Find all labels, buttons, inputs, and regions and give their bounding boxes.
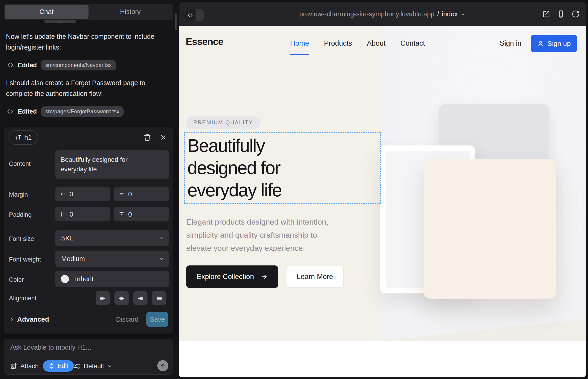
padding-horizontal-icon	[60, 211, 66, 217]
discard-button[interactable]: Discard	[116, 312, 139, 327]
chat-history-tabs: Chat History	[4, 4, 173, 20]
assistant-message: I should also create a Forgot Password p…	[6, 78, 170, 99]
margin-horizontal-value: 0	[69, 190, 73, 198]
attach-button[interactable]: Attach	[10, 361, 39, 372]
edited-file-row: Edited src/pages/ForgotPassword.tsx	[7, 106, 124, 117]
hero-description-line: simplicity and quality craftsmanship to	[186, 228, 372, 242]
element-tag-label: h1	[24, 134, 32, 141]
arrow-up-icon	[160, 363, 166, 369]
image-plus-icon	[10, 363, 17, 370]
hero-heading[interactable]: Beautifully designed for everyday life	[187, 134, 282, 201]
hero-section: PREMIUM QUALITY Beautifully designed for…	[179, 26, 586, 377]
hero-heading-line: designed for	[187, 157, 282, 179]
code-preview-toggle[interactable]	[184, 9, 204, 21]
file-chip[interactable]: src/pages/ForgotPassword.tsx	[41, 106, 124, 117]
save-button[interactable]: Save	[146, 312, 168, 327]
mobile-icon	[557, 10, 565, 18]
url-separator: /	[437, 10, 439, 18]
url-domain: preview--charming-site-symphony.lovable.…	[299, 10, 434, 18]
attach-label: Attach	[20, 363, 39, 370]
chat-input[interactable]	[10, 344, 162, 356]
margin-vertical-input[interactable]: 0	[114, 187, 169, 201]
color-select[interactable]: Inherit	[55, 271, 169, 287]
target-icon	[48, 363, 55, 369]
selected-element-tag: h1	[8, 130, 38, 145]
chevron-down-icon	[158, 256, 164, 262]
external-link-icon	[542, 10, 550, 18]
explore-collection-button[interactable]: Explore Collection	[186, 266, 278, 288]
align-right-button[interactable]	[133, 291, 147, 305]
content-input[interactable]: Beautifully designed for everyday life	[55, 150, 169, 179]
padding-label: Padding	[9, 211, 32, 218]
chrome-actions	[542, 2, 580, 26]
tab-chat[interactable]: Chat	[5, 5, 89, 19]
font-size-select[interactable]: 5XL	[55, 230, 169, 246]
margin-horizontal-icon	[60, 191, 66, 197]
refresh-button[interactable]	[571, 9, 580, 19]
preview-window: preview--charming-site-symphony.lovable.…	[179, 2, 586, 377]
arrow-right-icon	[261, 273, 268, 280]
chevron-down-icon	[107, 364, 112, 369]
font-weight-value: Medium	[61, 255, 85, 263]
font-size-label: Font size	[9, 235, 34, 242]
code-icon	[187, 12, 193, 18]
edited-label: Edited	[18, 108, 37, 115]
alignment-label: Alignment	[9, 295, 36, 302]
url-bar[interactable]: preview--charming-site-symphony.lovable.…	[299, 2, 465, 26]
learn-more-button[interactable]: Learn More	[286, 266, 344, 288]
margin-vertical-value: 0	[128, 190, 132, 198]
chat-composer: Attach Edit Default	[4, 339, 173, 375]
chevron-right-icon	[9, 316, 15, 322]
font-weight-select[interactable]: Medium	[55, 251, 169, 267]
advanced-toggle[interactable]: Advanced	[9, 312, 49, 327]
align-left-icon	[99, 295, 106, 301]
close-icon	[160, 134, 167, 141]
mode-selector[interactable]: Default	[74, 361, 112, 372]
refresh-icon	[572, 10, 580, 18]
content-label: Content	[9, 160, 31, 168]
align-left-button[interactable]	[96, 291, 110, 305]
open-in-new-tab-button[interactable]	[542, 9, 551, 19]
margin-horizontal-input[interactable]: 0	[55, 187, 110, 201]
type-icon	[15, 134, 21, 141]
file-chip[interactable]: src/components/Navbar.tsx	[41, 60, 116, 70]
url-page: index	[442, 10, 458, 18]
sliders-icon	[74, 363, 80, 370]
font-size-value: 5XL	[61, 235, 73, 242]
color-swatch	[61, 275, 69, 283]
chat-scrollbar[interactable]	[175, 13, 177, 30]
align-right-icon	[137, 295, 144, 301]
tab-history[interactable]: History	[89, 5, 172, 19]
padding-horizontal-input[interactable]: 0	[55, 207, 110, 221]
delete-element-button[interactable]	[143, 133, 152, 142]
mobile-view-button[interactable]	[556, 9, 566, 19]
hero-description-line: Elegant products designed with intention…	[186, 215, 372, 228]
lovable-sidebar: Chat History … Now let's update the Navb…	[0, 0, 178, 379]
padding-horizontal-value: 0	[69, 211, 73, 218]
element-editor-panel: h1 Content Beautifully designed for ever…	[4, 127, 173, 334]
send-button[interactable]	[157, 360, 168, 371]
align-center-button[interactable]	[114, 291, 129, 305]
hero-description-line: elevate your everyday experience.	[186, 242, 372, 255]
padding-inputs: 0 0	[55, 207, 169, 221]
edit-mode-button[interactable]: Edit	[43, 360, 74, 372]
mode-label: Default	[84, 363, 104, 370]
align-center-icon	[118, 295, 125, 301]
edited-file-row: Edited src/components/Navbar.tsx	[7, 60, 116, 71]
hero-description: Elegant products designed with intention…	[186, 215, 372, 255]
font-weight-label: Font weight	[9, 256, 41, 263]
close-editor-button[interactable]	[159, 133, 168, 142]
padding-vertical-icon	[119, 211, 124, 217]
assistant-message: Now let's update the Navbar component to…	[6, 31, 170, 53]
trash-icon	[143, 134, 151, 141]
code-view-segment[interactable]	[184, 9, 197, 21]
selected-h1-outline[interactable]: Beautifully designed for everyday life	[184, 132, 381, 204]
padding-vertical-input[interactable]: 0	[114, 207, 169, 221]
advanced-label: Advanced	[17, 316, 49, 323]
margin-inputs: 0 0	[55, 187, 169, 201]
alignment-buttons	[96, 291, 166, 305]
color-label: Color	[9, 276, 24, 283]
margin-label: Margin	[9, 191, 28, 198]
align-justify-button[interactable]	[152, 291, 166, 305]
hero-heading-line: everyday life	[187, 179, 282, 201]
